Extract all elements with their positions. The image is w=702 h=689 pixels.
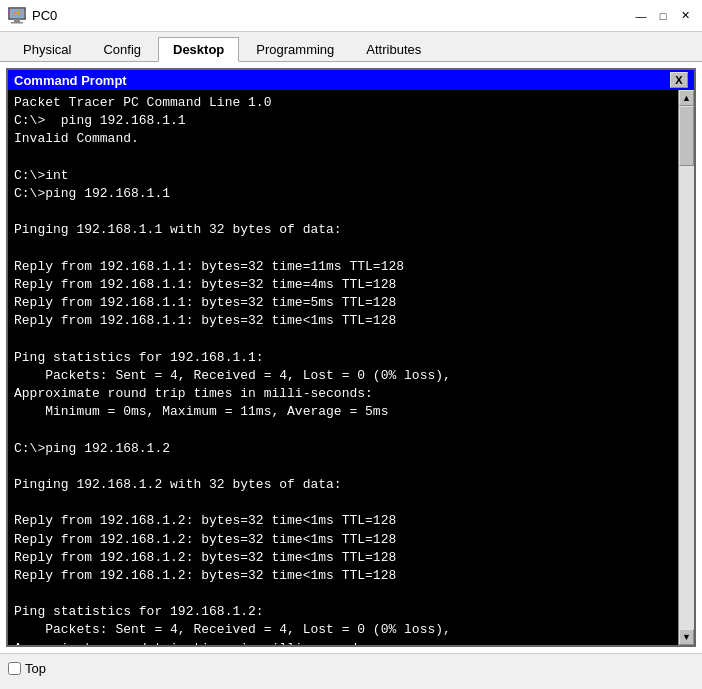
minimize-button[interactable]: — <box>632 7 650 25</box>
svg-rect-2 <box>11 22 23 24</box>
cmd-scrollbar[interactable]: ▲ ▼ <box>678 90 694 645</box>
svg-text:PC: PC <box>13 10 23 17</box>
scrollbar-track[interactable] <box>679 106 694 629</box>
tab-programming[interactable]: Programming <box>241 37 349 62</box>
scrollbar-thumb[interactable] <box>679 106 694 166</box>
tab-config[interactable]: Config <box>88 37 156 62</box>
cmd-titlebar: Command Prompt X <box>8 70 694 90</box>
main-area: Command Prompt X Packet Tracer PC Comman… <box>0 62 702 653</box>
tab-desktop[interactable]: Desktop <box>158 37 239 62</box>
close-button[interactable]: ✕ <box>676 7 694 25</box>
title-bar: PC PC0 — □ ✕ <box>0 0 702 32</box>
tab-bar: Physical Config Desktop Programming Attr… <box>0 32 702 62</box>
svg-rect-1 <box>14 19 20 22</box>
window-controls: — □ ✕ <box>632 7 694 25</box>
command-prompt-window: Command Prompt X Packet Tracer PC Comman… <box>6 68 696 647</box>
tab-attributes[interactable]: Attributes <box>351 37 436 62</box>
cmd-output[interactable]: Packet Tracer PC Command Line 1.0 C:\> p… <box>8 90 678 645</box>
maximize-button[interactable]: □ <box>654 7 672 25</box>
top-checkbox[interactable] <box>8 662 21 675</box>
cmd-close-button[interactable]: X <box>670 72 688 88</box>
scrollbar-up-button[interactable]: ▲ <box>679 90 694 106</box>
window-title: PC0 <box>32 8 57 23</box>
top-checkbox-item: Top <box>8 661 46 676</box>
scrollbar-down-button[interactable]: ▼ <box>679 629 694 645</box>
top-checkbox-label: Top <box>25 661 46 676</box>
bottom-bar: Top <box>0 653 702 683</box>
cmd-window-title: Command Prompt <box>14 73 127 88</box>
tab-physical[interactable]: Physical <box>8 37 86 62</box>
app-icon: PC <box>8 7 26 25</box>
cmd-content-wrapper: Packet Tracer PC Command Line 1.0 C:\> p… <box>8 90 694 645</box>
